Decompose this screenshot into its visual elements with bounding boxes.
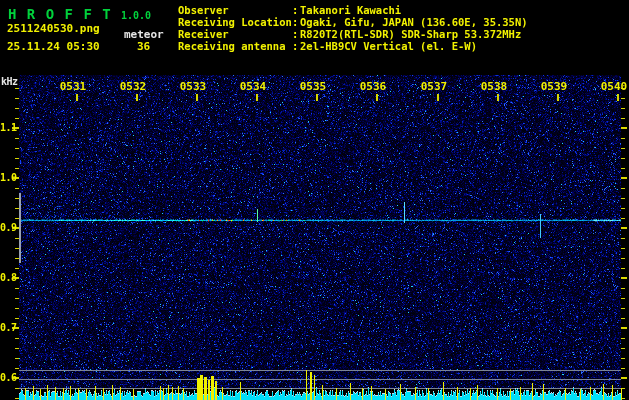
freq-tick-label: 1.1 [0,123,14,133]
antenna-label: Receiving antenna [178,40,292,52]
freq-tick-label: 0.8 [0,273,14,283]
output-filename: 2511240530.png [7,22,100,35]
observer-label: Observer [178,4,292,16]
info-row-antenna: Receiving antenna:2el-HB9CV Vertical (el… [178,40,477,52]
freq-tick-label: 0.7 [0,323,14,333]
location-label: Receiving Location [178,16,292,28]
separator: : [292,4,300,16]
info-row-location: Receiving Location:Ogaki, Gifu, JAPAN (1… [178,16,528,28]
location-value: Ogaki, Gifu, JAPAN (136.60E, 35.35N) [300,16,528,28]
time-tick-label: 0538 [480,81,508,92]
antenna-value: 2el-HB9CV Vertical (el. E-W) [300,40,477,52]
freq-axis-unit: kHz [1,76,18,87]
separator: : [292,28,300,40]
info-row-observer: Observer:Takanori Kawachi [178,4,401,16]
time-tick-label: 0531 [59,81,87,92]
separator: : [292,16,300,28]
separator: : [292,40,300,52]
time-tick-label: 0540 [600,81,628,92]
app-title: H R O F F T [8,6,112,22]
freq-tick-label: 1.0 [0,173,14,183]
time-tick-label: 0536 [359,81,387,92]
time-tick-label: 0534 [239,81,267,92]
freq-tick-label: 0.6 [0,373,14,383]
meteor-count: 36 [137,40,150,53]
time-tick-label: 0533 [179,81,207,92]
time-tick-label: 0539 [540,81,568,92]
time-tick-label: 0535 [299,81,327,92]
time-tick-label: 0532 [119,81,147,92]
observer-value: Takanori Kawachi [300,4,401,16]
receiver-label: Receiver [178,28,292,40]
time-tick-label: 0537 [420,81,448,92]
receiver-value: R820T2(RTL-SDR) SDR-Sharp 53.372MHz [300,28,521,40]
hrofft-window: H R O F F T 1.0.0 2511240530.png meteor … [0,0,629,400]
spectrogram-canvas [0,0,629,400]
freq-tick-label: 0.9 [0,223,14,233]
datetime-label: 25.11.24 05:30 [7,40,100,53]
info-row-receiver: Receiver:R820T2(RTL-SDR) SDR-Sharp 53.37… [178,28,521,40]
app-version: 1.0.0 [121,10,151,21]
